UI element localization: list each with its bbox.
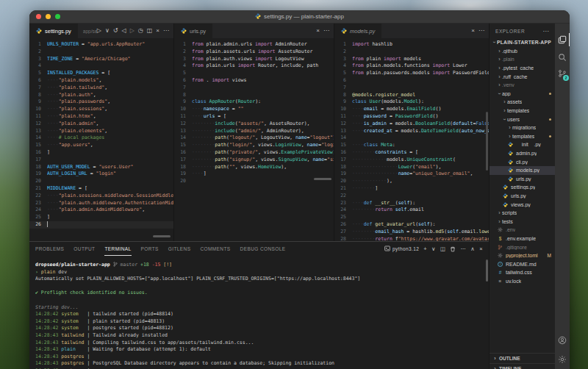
code-line[interactable]: 21MIDDLEWARE = [ bbox=[29, 185, 173, 193]
sidebar-section-timeline[interactable]: ›TIMELINE bbox=[490, 363, 555, 369]
code-line[interactable]: 13····created_at = models.DateTimeField(… bbox=[334, 128, 489, 135]
code-line[interactable]: 6from . import views bbox=[174, 77, 334, 85]
sidebar-section-outline[interactable]: ›OUTLINE bbox=[490, 353, 555, 363]
terminal-output[interactable]: dropseed/plain-starter-app master +18 -1… bbox=[29, 256, 489, 369]
explorer-icon[interactable] bbox=[555, 32, 570, 48]
explorer-item-admin.py[interactable]: admin.py bbox=[490, 149, 555, 158]
code-line[interactable]: 14········path("logout/", LogoutView, na… bbox=[174, 135, 334, 142]
code-line[interactable]: 15····class Meta: bbox=[334, 142, 489, 149]
code-line[interactable]: 7 bbox=[334, 85, 489, 92]
code-line[interactable]: 4from plain.urls import Router, include,… bbox=[174, 62, 334, 70]
code-line[interactable]: 17 bbox=[29, 157, 173, 164]
tab-models-py[interactable]: models.py bbox=[334, 24, 382, 38]
explorer-item-app[interactable]: ›app bbox=[490, 90, 555, 98]
code-line[interactable]: 7 bbox=[174, 85, 334, 92]
close-icon[interactable]: × bbox=[479, 246, 483, 252]
explorer-item-templates[interactable]: ›templates bbox=[490, 107, 555, 115]
code-line[interactable]: 22 bbox=[334, 193, 489, 200]
code-line[interactable]: 9class AppRouter(Router): bbox=[174, 98, 334, 106]
code-line[interactable]: 24········return self.email bbox=[334, 207, 489, 214]
code-line[interactable]: 14····# Local packages bbox=[29, 135, 173, 142]
panel-tab-terminal[interactable]: TERMINAL bbox=[104, 242, 131, 256]
code-line[interactable]: 16········constraints = [ bbox=[334, 149, 489, 157]
code-line[interactable]: 19AUTH_LOGIN_URL = "login" bbox=[29, 171, 173, 178]
code-line[interactable]: 23····def __str__(self): bbox=[334, 200, 489, 207]
code-line[interactable]: 28········return f"https://www.gravatar.… bbox=[334, 236, 489, 241]
code-line[interactable]: 3TIME_ZONE = "America/Chicago" bbox=[29, 56, 173, 63]
code-line[interactable]: 23····"plain.auth.middleware.Authenticat… bbox=[29, 200, 173, 207]
close-icon[interactable]: × bbox=[316, 28, 320, 34]
code-line[interactable]: 5from plain.passwords.models import Pass… bbox=[334, 70, 489, 77]
code-line[interactable]: 1from plain.admin.urls import AdminRoute… bbox=[174, 41, 334, 49]
code-line[interactable]: 12········include("assets/", AssetsRoute… bbox=[174, 121, 334, 128]
code-line[interactable]: 14 bbox=[334, 135, 489, 142]
code-line[interactable]: 17········path("signup/", views.SignupVi… bbox=[174, 157, 334, 164]
clock-icon[interactable]: ◷ bbox=[138, 28, 143, 34]
code-line[interactable]: 13········include("admin/", AdminRouter)… bbox=[174, 128, 334, 135]
explorer-item-views.py[interactable]: views.py bbox=[490, 200, 555, 209]
code-line[interactable]: 15········path("login/", views.LoginView… bbox=[174, 142, 334, 149]
code-line[interactable]: 18········path("", views.HomeView), bbox=[174, 164, 334, 171]
code-line[interactable]: 13····"plain.elements", bbox=[29, 128, 173, 135]
shell-selector[interactable]: python3.12 bbox=[384, 246, 419, 252]
chevron-up-icon[interactable]: ∧ bbox=[470, 246, 475, 252]
close-icon[interactable]: × bbox=[471, 28, 475, 34]
code-editor[interactable]: 1from plain.admin.urls import AdminRoute… bbox=[174, 38, 334, 185]
explorer-item-__init__.py[interactable]: __init__.py bbox=[490, 140, 555, 149]
explorer-item-.venv[interactable]: ›.venv bbox=[490, 81, 555, 90]
explorer-item-.env.example[interactable]: $.env.example bbox=[490, 234, 555, 243]
caret-icon[interactable]: ∨ bbox=[431, 246, 436, 252]
more-icon[interactable]: ⋯ bbox=[323, 28, 329, 34]
panel-tab-problems[interactable]: PROBLEMS bbox=[35, 242, 64, 256]
explorer-item-users[interactable]: ›users bbox=[490, 115, 555, 123]
explorer-item-.pytest_cache[interactable]: ›.pytest_cache bbox=[490, 64, 555, 73]
code-line[interactable]: 2from plain.assets.urls import AssetsRou… bbox=[174, 49, 334, 56]
horizontal-scrollbar[interactable] bbox=[153, 235, 171, 237]
code-line[interactable]: 16] bbox=[29, 149, 173, 157]
vertical-scrollbar[interactable] bbox=[486, 112, 488, 171]
code-line[interactable]: 5 bbox=[174, 70, 334, 77]
zoom-window-button[interactable] bbox=[55, 14, 60, 19]
explorer-item-plain-starter-app[interactable]: ›PLAIN-STARTER-APP bbox=[490, 38, 555, 47]
panel-tab-output[interactable]: OUTPUT bbox=[74, 242, 95, 256]
code-line[interactable]: 26 bbox=[29, 221, 173, 229]
code-line[interactable]: 1import hashlib bbox=[334, 41, 489, 49]
code-line[interactable]: 10····"plain.sessions", bbox=[29, 106, 173, 113]
settings-icon[interactable] bbox=[555, 351, 570, 368]
code-line[interactable]: 11····urls = [ bbox=[174, 113, 334, 121]
code-line[interactable]: 9····"plain.passwords", bbox=[29, 98, 173, 106]
panel-tab-comments[interactable]: COMMENTS bbox=[200, 242, 230, 256]
code-line[interactable]: 8@models.register_model bbox=[334, 92, 489, 99]
code-line[interactable]: 20 bbox=[29, 178, 173, 185]
explorer-item-scripts[interactable]: ›scripts bbox=[490, 209, 555, 218]
panel-tab-debug-console[interactable]: DEBUG CONSOLE bbox=[240, 242, 286, 256]
source-control-icon[interactable]: 2 bbox=[555, 65, 570, 82]
run-icon[interactable]: ▷ bbox=[97, 28, 101, 34]
explorer-item-readme.md[interactable]: iREADME.md bbox=[490, 259, 555, 268]
explorer-item-migrations[interactable]: ›migrations bbox=[490, 123, 555, 132]
code-line[interactable]: 19····] bbox=[174, 171, 334, 178]
more-actions-icon[interactable]: ⋯ bbox=[542, 28, 549, 35]
more-icon[interactable]: ⋯ bbox=[460, 246, 466, 252]
more-icon[interactable]: ⋯ bbox=[163, 28, 169, 34]
caret-icon[interactable]: ∨ bbox=[105, 28, 110, 34]
explorer-item-templates[interactable]: ›templates bbox=[490, 132, 555, 141]
code-line[interactable]: 2 bbox=[29, 49, 173, 56]
code-line[interactable]: 9class User(models.Model): bbox=[334, 98, 489, 106]
code-line[interactable]: 25] bbox=[29, 214, 173, 221]
terminal-scrollbar[interactable] bbox=[486, 259, 488, 282]
code-line[interactable]: 20············), bbox=[334, 178, 489, 185]
code-line[interactable]: 3from plain import models bbox=[334, 56, 489, 63]
code-line[interactable]: 3from plain.auth.views import LogoutView bbox=[174, 56, 334, 63]
split-icon[interactable]: ◫ bbox=[440, 246, 446, 252]
explorer-item-tailwind.css[interactable]: #tailwind.css bbox=[490, 268, 555, 277]
code-line[interactable]: 6····"plain.models", bbox=[29, 77, 173, 85]
explorer-item-.ruff_cache[interactable]: ›.ruff_cache bbox=[490, 72, 555, 81]
code-line[interactable]: 20 bbox=[174, 178, 334, 185]
explorer-item-urls.py[interactable]: urls.py bbox=[490, 192, 555, 201]
code-line[interactable]: 8 bbox=[174, 92, 334, 99]
account-icon[interactable] bbox=[555, 332, 570, 348]
code-line[interactable]: 15····"app.users", bbox=[29, 142, 173, 149]
code-line[interactable]: 5INSTALLED_PACKAGES = [ bbox=[29, 70, 173, 77]
search-icon[interactable] bbox=[555, 49, 570, 65]
